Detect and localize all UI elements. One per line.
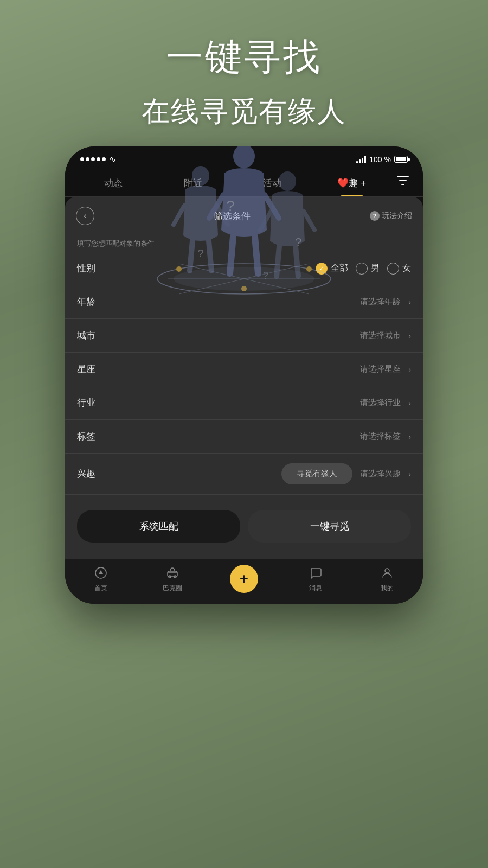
filter-hint: 填写您想匹配对象的条件: [65, 233, 423, 252]
radio-all: ✓: [316, 263, 328, 275]
wifi-icon: ∿: [109, 154, 116, 164]
help-icon: ?: [370, 211, 380, 221]
nav-mine[interactable]: 我的: [351, 566, 423, 593]
filter-zodiac-row[interactable]: 星座 请选择星座 ›: [65, 353, 423, 386]
zodiac-label: 星座: [77, 363, 110, 375]
tab-dynamics[interactable]: 动态: [74, 173, 153, 196]
filter-icon[interactable]: [391, 172, 414, 196]
gender-all[interactable]: ✓ 全部: [316, 263, 348, 275]
svg-marker-28: [99, 570, 103, 574]
filter-industry-row[interactable]: 行业 请选择行业 ›: [65, 386, 423, 420]
back-button[interactable]: ‹: [76, 207, 94, 225]
filter-city-row[interactable]: 城市 请选择城市 ›: [65, 319, 423, 353]
radio-female: [387, 263, 399, 275]
age-chevron: ›: [408, 298, 411, 307]
status-right: 100 %: [356, 155, 408, 164]
radio-male: [356, 263, 368, 275]
interest-label: 兴趣: [77, 468, 110, 480]
nav-message[interactable]: 消息: [280, 566, 351, 593]
tab-activity[interactable]: 活动: [233, 173, 312, 196]
hero-title: 一键寻找: [0, 33, 488, 82]
zodiac-value: 请选择星座 ›: [110, 364, 411, 374]
signal-dots: [80, 157, 106, 161]
status-bar: ∿ 100 %: [65, 146, 423, 169]
interest-value: 寻觅有缘人 请选择兴趣 ›: [110, 463, 411, 484]
industry-label: 行业: [77, 397, 110, 409]
gender-male[interactable]: 男: [356, 263, 380, 275]
sheet-title: 筛选条件: [94, 210, 370, 222]
interest-placeholder: 请选择兴趣: [360, 469, 401, 479]
mine-icon: [381, 566, 394, 582]
interest-special-btn[interactable]: 寻觅有缘人: [281, 463, 352, 484]
gender-label: 性别: [77, 262, 110, 275]
battery-icon: [394, 156, 408, 163]
filter-gender-row: 性别 ✓ 全部 男 女: [65, 252, 423, 285]
tags-label: 标签: [77, 430, 110, 443]
industry-value: 请选择行业 ›: [110, 398, 411, 408]
interest-chevron: ›: [408, 470, 411, 478]
age-label: 年龄: [77, 296, 110, 308]
system-match-button[interactable]: 系统匹配: [77, 510, 240, 542]
hero-subtitle: 在线寻觅有缘人: [0, 93, 488, 131]
city-placeholder: 请选择城市: [360, 330, 401, 341]
city-value: 请选择城市 ›: [110, 330, 411, 341]
hero-section: 一键寻找 在线寻觅有缘人: [0, 33, 488, 131]
one-key-search-button[interactable]: 一键寻觅: [248, 510, 411, 542]
industry-placeholder: 请选择行业: [360, 398, 401, 408]
filter-tags-row[interactable]: 标签 请选择标签 ›: [65, 420, 423, 454]
city-chevron: ›: [408, 331, 411, 340]
gender-female[interactable]: 女: [387, 263, 411, 275]
city-label: 城市: [77, 329, 110, 342]
svg-point-32: [385, 569, 389, 573]
zodiac-chevron: ›: [408, 365, 411, 374]
phone-shell: ∿ 100 % 动态 附近 活动: [65, 146, 423, 604]
nav-bakce[interactable]: 巴克圈: [137, 566, 208, 593]
gender-options: ✓ 全部 男 女: [110, 263, 411, 275]
nav-add[interactable]: +: [208, 565, 280, 594]
filter-interest-row: 兴趣 寻觅有缘人 请选择兴趣 ›: [65, 454, 423, 495]
action-buttons: 系统匹配 一键寻觅: [65, 499, 423, 548]
industry-chevron: ›: [408, 399, 411, 407]
message-icon: [309, 566, 322, 582]
age-value: 请选择年龄 ›: [110, 297, 411, 307]
zodiac-placeholder: 请选择星座: [360, 364, 401, 374]
tab-nearby[interactable]: 附近: [153, 173, 233, 196]
help-button[interactable]: ? 玩法介绍: [370, 211, 412, 221]
nav-home[interactable]: 首页: [65, 566, 137, 593]
filter-sheet: ‹ 筛选条件 ? 玩法介绍 填写您想匹配对象的条件: [65, 197, 423, 559]
nav-tabs: 动态 附近 活动 ❤️趣 +: [65, 169, 423, 197]
tags-placeholder: 请选择标签: [360, 431, 401, 442]
signal-bars-icon: [356, 156, 366, 163]
tags-value: 请选择标签 ›: [110, 431, 411, 442]
home-icon: [94, 566, 107, 582]
tags-chevron: ›: [408, 432, 411, 441]
bakce-icon: [166, 566, 179, 582]
battery-percent: 100 %: [369, 155, 391, 164]
bottom-navigation: 首页 巴克圈 + 消息: [65, 559, 423, 604]
add-button[interactable]: +: [230, 565, 258, 593]
sheet-header: ‹ 筛选条件 ? 玩法介绍: [65, 197, 423, 233]
tab-interest[interactable]: ❤️趣 +: [312, 173, 392, 196]
filter-age-row[interactable]: 年龄 请选择年龄 ›: [65, 285, 423, 319]
age-placeholder: 请选择年龄: [360, 297, 401, 307]
